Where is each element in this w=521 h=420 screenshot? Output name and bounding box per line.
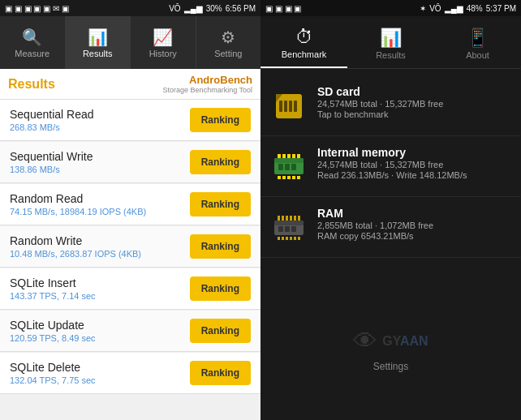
svg-rect-34: [298, 216, 300, 221]
andro-logo-name: AndroBench: [163, 74, 252, 86]
svg-rect-35: [278, 226, 283, 232]
result-sqlite-delete-name: SQLite Delete: [10, 361, 96, 374]
andro-logo: AndroBench Storage Benchmarking Tool: [163, 74, 252, 94]
right-tab-results-label: Results: [376, 50, 406, 60]
result-sqlite-delete-info: SQLite Delete 132.04 TPS, 7.75 sec: [10, 361, 96, 385]
ram-total: 2,855MB total · 1,072MB free: [317, 221, 433, 230]
benchmark-icon: ⏱: [295, 27, 313, 48]
right-nav: ⏱ Benchmark 📊 Results 📱 About: [260, 16, 521, 69]
watermark: 👁 GYAAN: [353, 328, 428, 355]
svg-rect-32: [290, 216, 292, 221]
left-tab-results[interactable]: 📊 Results: [66, 16, 131, 69]
svg-rect-24: [282, 237, 284, 240]
right-status-bar: ▣ ▣ ▣ ▣ ✶ VŌ ▂▄▆ 48% 5:37 PM: [260, 0, 521, 16]
result-sequential-write-value: 138.86 MB/s: [10, 165, 93, 174]
results-icon: 📊: [88, 28, 108, 47]
right-tab-results[interactable]: 📊 Results: [347, 16, 434, 68]
ranking-btn-random-write[interactable]: Ranking: [190, 234, 251, 259]
svg-rect-29: [278, 216, 280, 221]
sd-card-total: 24,574MB total · 15,327MB free: [317, 99, 443, 109]
left-right-area: VŌ ▂▄▆ 30% 6:56 PM: [169, 4, 256, 13]
svg-rect-20: [291, 164, 296, 170]
svg-rect-25: [286, 237, 288, 240]
ram-info: RAM 2,855MB total · 1,072MB free RAM cop…: [317, 207, 433, 241]
result-sqlite-insert-info: SQLite Insert 143.37 TPS, 7.14 sec: [10, 276, 96, 301]
result-sqlite-update-name: SQLite Update: [10, 319, 96, 332]
svg-rect-2: [279, 101, 282, 112]
left-tab-measure[interactable]: 🔍 Measure: [0, 16, 66, 69]
svg-rect-14: [282, 154, 286, 158]
results-list: Sequential Read 268.83 MB/s Ranking Sequ…: [0, 100, 260, 420]
left-tab-history[interactable]: 📈 History: [131, 16, 196, 69]
svg-rect-10: [287, 176, 291, 179]
storage-item-sd[interactable]: SD card 24,574MB total · 15,327MB free T…: [260, 75, 521, 136]
svg-rect-26: [290, 237, 292, 240]
main-content: 🔍 Measure 📊 Results 📈 History ⚙ Setting …: [0, 16, 521, 420]
left-panel: 🔍 Measure 📊 Results 📈 History ⚙ Setting …: [0, 16, 260, 420]
result-sequential-read-info: Sequential Read 268.83 MB/s: [10, 108, 94, 132]
ram-name: RAM: [317, 207, 433, 220]
svg-rect-23: [278, 237, 280, 240]
left-tab-setting[interactable]: ⚙ Setting: [196, 16, 261, 69]
right-tab-about[interactable]: 📱 About: [434, 16, 521, 68]
internal-memory-name: Internal memory: [317, 146, 467, 159]
result-sqlite-insert-name: SQLite Insert: [10, 276, 96, 289]
svg-rect-11: [292, 176, 295, 179]
result-sequential-read-name: Sequential Read: [10, 108, 94, 121]
settings-hint: Settings: [260, 358, 521, 375]
svg-rect-22: [274, 221, 304, 225]
result-sequential-read-value: 268.83 MB/s: [10, 122, 94, 132]
left-tab-measure-label: Measure: [15, 49, 50, 58]
result-random-write: Random Write 10.48 MB/s, 2683.87 IOPS (4…: [0, 226, 260, 268]
ranking-btn-sequential-write[interactable]: Ranking: [190, 150, 251, 174]
right-bt-icon: ✶: [420, 4, 426, 13]
right-right-area: ✶ VŌ ▂▄▆ 48% 5:37 PM: [420, 4, 516, 13]
ranking-btn-sqlite-insert[interactable]: Ranking: [190, 276, 251, 301]
svg-rect-4: [289, 101, 292, 112]
svg-rect-31: [286, 216, 288, 221]
ranking-btn-sqlite-delete[interactable]: Ranking: [190, 361, 251, 385]
svg-rect-15: [287, 154, 291, 158]
svg-rect-36: [285, 226, 290, 232]
result-random-write-name: Random Write: [10, 234, 141, 247]
measure-icon: 🔍: [22, 28, 42, 47]
result-sqlite-delete: SQLite Delete 132.04 TPS, 7.75 sec Ranki…: [0, 353, 260, 394]
status-bars: ▣ ▣ ▣ ▣ ▣ ✉ ▣ VŌ ▂▄▆ 30% 6:56 PM ▣ ▣ ▣ ▣…: [0, 0, 521, 16]
left-battery: 30%: [206, 4, 222, 13]
svg-rect-30: [282, 216, 284, 221]
ranking-btn-sqlite-update[interactable]: Ranking: [190, 319, 251, 343]
history-icon: 📈: [153, 28, 173, 47]
result-sqlite-delete-value: 132.04 TPS, 7.75 sec: [10, 375, 96, 385]
ranking-btn-sequential-read[interactable]: Ranking: [190, 108, 251, 132]
svg-rect-13: [278, 154, 281, 158]
svg-rect-17: [297, 154, 300, 158]
result-sqlite-insert: SQLite Insert 143.37 TPS, 7.14 sec Ranki…: [0, 268, 260, 310]
sd-card-info: SD card 24,574MB total · 15,327MB free T…: [317, 85, 443, 119]
right-time: 5:37 PM: [486, 4, 516, 13]
svg-rect-16: [292, 154, 295, 158]
storage-item-internal[interactable]: Internal memory 24,574MB total · 15,327M…: [260, 136, 521, 197]
result-sqlite-update-info: SQLite Update 120.59 TPS, 8.49 sec: [10, 319, 96, 343]
left-tab-history-label: History: [149, 49, 177, 58]
ram-icon: [269, 207, 309, 247]
result-random-write-value: 10.48 MB/s, 2683.87 IOPS (4KB): [10, 249, 141, 259]
andro-logo-sub: Storage Benchmarking Tool: [163, 86, 252, 94]
ranking-btn-random-read[interactable]: Ranking: [190, 192, 251, 216]
svg-rect-7: [274, 158, 304, 163]
right-panel: ⏱ Benchmark 📊 Results 📱 About: [260, 16, 521, 420]
right-tab-about-label: About: [466, 50, 489, 60]
result-random-write-info: Random Write 10.48 MB/s, 2683.87 IOPS (4…: [10, 234, 141, 259]
watermark-text: GYAAN: [382, 334, 428, 349]
svg-rect-27: [294, 237, 296, 240]
svg-rect-8: [278, 176, 281, 179]
storage-item-ram[interactable]: RAM 2,855MB total · 1,072MB free RAM cop…: [260, 197, 521, 258]
sd-card-icon: [269, 85, 309, 126]
right-tab-benchmark[interactable]: ⏱ Benchmark: [260, 16, 347, 68]
result-sqlite-update: SQLite Update 120.59 TPS, 8.49 sec Ranki…: [0, 311, 260, 352]
result-random-read-name: Random Read: [10, 192, 146, 205]
watermark-eye-icon: 👁: [353, 328, 377, 355]
left-signal-icon: ▂▄▆: [184, 4, 203, 13]
ram-action: RAM copy 6543.21MB/s: [317, 231, 433, 241]
left-status-bar: ▣ ▣ ▣ ▣ ▣ ✉ ▣ VŌ ▂▄▆ 30% 6:56 PM: [0, 0, 260, 16]
andro-banner: Results AndroBench Storage Benchmarking …: [0, 69, 260, 100]
